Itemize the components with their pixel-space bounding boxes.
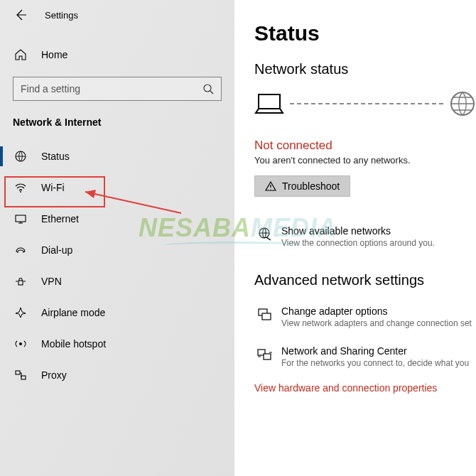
sidebar: Settings Home Network & Internet Status … [0,0,234,476]
category-heading: Network & Internet [0,117,234,128]
computer-icon [254,92,284,116]
app-title: Settings [45,10,78,21]
hardware-properties-link[interactable]: View hardware and connection properties [254,382,476,394]
nav-list: Status Wi-Fi Ethernet Dial-up VPN [0,141,234,391]
svg-point-5 [19,342,22,345]
networks-icon [256,227,272,248]
svg-rect-14 [264,354,271,359]
search-input[interactable] [21,83,177,94]
warning-icon [265,180,276,192]
sidebar-item-status[interactable]: Status [0,141,234,172]
svg-rect-7 [21,376,26,379]
sharing-icon [256,347,272,368]
option-sub: View the connection options around you. [281,238,435,248]
svg-rect-3 [16,215,26,222]
sidebar-item-ethernet[interactable]: Ethernet [0,203,234,234]
globe-icon [449,90,476,117]
advanced-heading: Advanced network settings [254,272,476,288]
sidebar-item-wifi[interactable]: Wi-Fi [0,172,234,203]
svg-rect-12 [262,313,271,320]
option-title: Change adapter options [281,305,472,317]
network-sharing-center[interactable]: Network and Sharing Center For the netwo… [254,345,476,368]
not-connected-title: Not connected [254,139,476,153]
ethernet-icon [14,212,27,225]
svg-rect-8 [259,94,280,109]
option-title: Show available networks [281,225,435,237]
sidebar-item-label: Proxy [41,369,67,381]
home-label: Home [41,49,67,60]
svg-point-2 [20,191,21,193]
option-sub: For the networks you connect to, decide … [281,358,469,368]
sidebar-item-vpn[interactable]: VPN [0,266,234,297]
proxy-icon [14,369,27,382]
wifi-icon [14,181,27,194]
sidebar-item-home[interactable]: Home [0,41,234,68]
show-available-networks[interactable]: Show available networks View the connect… [254,225,476,248]
sidebar-item-dialup[interactable]: Dial-up [0,234,234,266]
option-title: Network and Sharing Center [281,345,469,357]
search-icon [202,83,214,94]
dialup-icon [14,244,27,256]
sidebar-item-label: Ethernet [41,213,79,225]
status-icon [14,150,27,163]
search-box[interactable] [13,77,222,101]
sidebar-item-label: Mobile hotspot [41,338,106,350]
window-header: Settings [0,0,234,28]
sidebar-item-label: Airplane mode [41,307,105,318]
airplane-icon [14,306,27,319]
home-icon [14,48,27,61]
vpn-icon [14,275,27,288]
sidebar-item-proxy[interactable]: Proxy [0,359,234,391]
sidebar-item-label: Status [41,151,70,162]
troubleshoot-label: Troubleshoot [282,180,340,192]
sidebar-item-label: VPN [41,276,62,287]
network-diagram [254,90,476,117]
network-status-heading: Network status [254,61,476,77]
sidebar-item-label: Dial-up [41,244,72,256]
connection-dashes [290,103,443,104]
change-adapter-options[interactable]: Change adapter options View network adap… [254,305,476,328]
adapter-icon [256,307,272,328]
option-sub: View network adapters and change connect… [281,318,472,328]
troubleshoot-button[interactable]: Troubleshoot [254,175,350,197]
hotspot-icon [14,337,27,350]
sidebar-item-hotspot[interactable]: Mobile hotspot [0,328,234,359]
page-title: Status [254,21,476,45]
sidebar-item-airplane[interactable]: Airplane mode [0,297,234,328]
main-content: Status Network status Not connected You … [234,0,476,476]
svg-rect-4 [18,281,23,285]
back-icon[interactable] [14,9,27,21]
svg-rect-6 [16,371,20,374]
not-connected-sub: You aren't connected to any networks. [254,155,476,166]
svg-point-0 [204,85,211,92]
sidebar-item-label: Wi-Fi [41,182,65,193]
